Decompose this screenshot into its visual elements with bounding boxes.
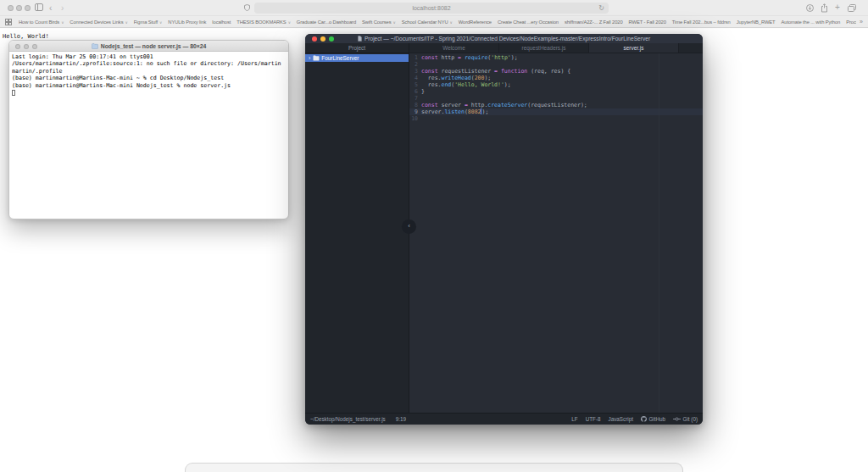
file-path[interactable]: ~/Desktop/Nodejs_test/server.js <box>310 416 386 422</box>
editor-titlebar: Project — ~/Documents/ITP - Spring 2021/… <box>305 34 703 43</box>
line-number: 7 <box>409 95 421 102</box>
chevron-down-icon: ∨ <box>125 20 127 25</box>
terminal-line: Last login: Thu Mar 25 00:17:41 on ttys0… <box>12 53 286 60</box>
zoom-window-button[interactable] <box>329 36 334 42</box>
status-javascript[interactable]: JavaScript <box>608 416 632 422</box>
editor-tab-requestheaders-js[interactable]: requestHeaders.js <box>499 43 589 53</box>
close-window-button[interactable] <box>15 44 20 49</box>
privacy-shield-icon[interactable] <box>244 4 250 11</box>
folder-icon <box>92 43 98 49</box>
terminal-line: martin/.profile <box>12 68 286 75</box>
editor-window: Project — ~/Documents/ITP - Spring 2021/… <box>305 34 703 425</box>
page-text: Hello, World! <box>3 33 49 40</box>
bookmark-item[interactable]: WordReference <box>459 19 492 25</box>
bookmark-item[interactable]: RWET - Fall 2020 <box>629 19 666 25</box>
dock[interactable] <box>185 463 683 472</box>
bookmark-item[interactable]: Processing F...ion – Medium <box>846 19 856 25</box>
status-utf-8[interactable]: UTF-8 <box>586 416 601 422</box>
status-github[interactable]: GitHub <box>641 416 665 422</box>
bookmark-item[interactable]: Figma Stuff∨ <box>134 19 163 25</box>
share-icon[interactable] <box>821 3 828 13</box>
terminal-line: (base) martinmartin@Martins-Mac-mini Nod… <box>12 82 286 89</box>
reload-icon[interactable]: ↻ <box>598 3 604 14</box>
line-number: 1 <box>409 54 421 61</box>
chevron-down-icon: ∨ <box>393 20 396 25</box>
bookmarks-bar: How to Count Birds∨Connected Devices Lin… <box>0 16 868 28</box>
url-text: localhost:8082 <box>412 5 450 11</box>
bookmark-item[interactable]: Create Cheat ...ery Occasion <box>498 19 559 25</box>
chevron-down-icon: ∨ <box>61 20 64 25</box>
github-icon <box>641 416 647 422</box>
terminal-output[interactable]: Last login: Thu Mar 25 00:17:41 on ttys0… <box>9 52 288 99</box>
desktop: ‹ › localhost:8082 ↻ + How to Count Bird… <box>0 0 868 472</box>
sidebar-icon[interactable] <box>35 3 43 11</box>
line-number: 10 <box>409 115 421 122</box>
bookmark-item[interactable]: School Calendar NYU∨ <box>402 19 453 25</box>
bookmark-item[interactable]: How to Count Birds∨ <box>19 19 64 25</box>
minimize-window-button[interactable] <box>24 44 29 49</box>
zoom-window-button[interactable] <box>32 44 37 49</box>
back-icon[interactable]: ‹ <box>49 3 52 13</box>
git-icon <box>673 416 681 422</box>
terminal-cursor <box>12 90 15 96</box>
status-lf[interactable]: LF <box>571 416 577 422</box>
bookmark-item[interactable]: THESIS BOOKMARKS∨ <box>236 19 291 25</box>
bookmark-item[interactable]: Connected Devices Links∨ <box>70 19 127 25</box>
bookmark-item[interactable]: Time Fall 202...bus – fddrsn <box>672 19 731 25</box>
document-icon <box>358 36 362 42</box>
zoom-window-button[interactable] <box>25 5 31 11</box>
bookmark-item[interactable]: localhost <box>212 19 231 25</box>
downloads-icon[interactable] <box>806 4 814 12</box>
tree-view-panel: Project › FourLineServer <box>305 43 409 413</box>
line-number: 3 <box>409 68 421 75</box>
line-number: 6 <box>409 88 421 95</box>
editor-statusbar: ~/Desktop/Nodejs_test/server.js 9:19 LFU… <box>305 413 703 425</box>
tree-item-fourlineserver[interactable]: › FourLineServer <box>305 54 409 62</box>
line-number: 2 <box>409 61 421 68</box>
line-number: 9 <box>409 108 421 115</box>
editor-tab-welcome[interactable]: Welcome <box>409 43 499 53</box>
terminal-window-title: Nodejs_test — node server.js — 80×24 <box>101 43 206 49</box>
chevron-down-icon: ∨ <box>450 20 453 25</box>
chevron-right-icon: › <box>309 54 310 62</box>
editor-tab-server-js[interactable]: server.js <box>589 43 679 53</box>
chevron-down-icon: ∨ <box>288 20 291 25</box>
minimize-window-button[interactable] <box>16 5 22 11</box>
code-editor[interactable]: 1const http = require('http');23const re… <box>409 53 703 413</box>
favorites-grid-icon[interactable] <box>5 19 12 25</box>
bookmark-item[interactable]: JupyterNB_RWET <box>737 19 776 25</box>
minimize-window-button[interactable] <box>320 36 326 42</box>
status-git-0-[interactable]: Git (0) <box>673 416 698 422</box>
terminal-titlebar: Nodejs_test — node server.js — 80×24 <box>9 41 288 52</box>
browser-toolbar: ‹ › localhost:8082 ↻ + <box>0 0 868 16</box>
tree-item-label: FourLineServer <box>321 55 359 61</box>
terminal-line: (base) martinmartin@Martins-Mac-mini ~ %… <box>12 75 286 81</box>
line-number: 4 <box>409 75 421 81</box>
statusbar-right: LFUTF-8JavaScriptGitHubGit (0) <box>571 416 698 422</box>
editor-pane: WelcomerequestHeaders.jsserver.js 1const… <box>409 43 703 413</box>
bookmark-item[interactable]: NYULib Proxy link <box>168 19 206 25</box>
bookmark-items: How to Count Birds∨Connected Devices Lin… <box>19 19 856 25</box>
wrap-guide <box>659 53 659 413</box>
line-number: 8 <box>409 102 421 108</box>
close-window-button[interactable] <box>8 5 14 11</box>
close-window-button[interactable] <box>312 36 317 42</box>
new-tab-icon[interactable]: + <box>835 3 840 12</box>
tree-view-toggle[interactable]: ‹ <box>402 219 416 234</box>
bookmarks-overflow-icon[interactable]: » <box>860 19 863 25</box>
cursor-position[interactable]: 9:19 <box>396 416 406 422</box>
tab-overview-icon[interactable] <box>848 4 856 12</box>
bookmark-item[interactable]: shiffman/A2Z-... Z Fall 2020 <box>565 19 623 25</box>
address-bar[interactable]: localhost:8082 ↻ <box>254 3 609 14</box>
bookmark-item[interactable]: Swift Courses∨ <box>362 19 396 25</box>
terminal-line: /Users/martinmartin/.zprofile:source:1: … <box>12 60 286 67</box>
tab-strip: WelcomerequestHeaders.jsserver.js <box>409 43 703 53</box>
forward-icon[interactable]: › <box>61 3 64 13</box>
line-number: 5 <box>409 81 421 88</box>
bookmark-item[interactable]: Graduate Car...o Dashboard <box>297 19 356 25</box>
bookmark-item[interactable]: Automate the ... with Python <box>782 19 841 25</box>
project-tab[interactable]: Project <box>305 43 409 53</box>
terminal-window: Nodejs_test — node server.js — 80×24 Las… <box>8 40 289 219</box>
chevron-down-icon: ∨ <box>159 20 162 25</box>
editor-main: Project › FourLineServer WelcomerequestH… <box>305 43 703 413</box>
